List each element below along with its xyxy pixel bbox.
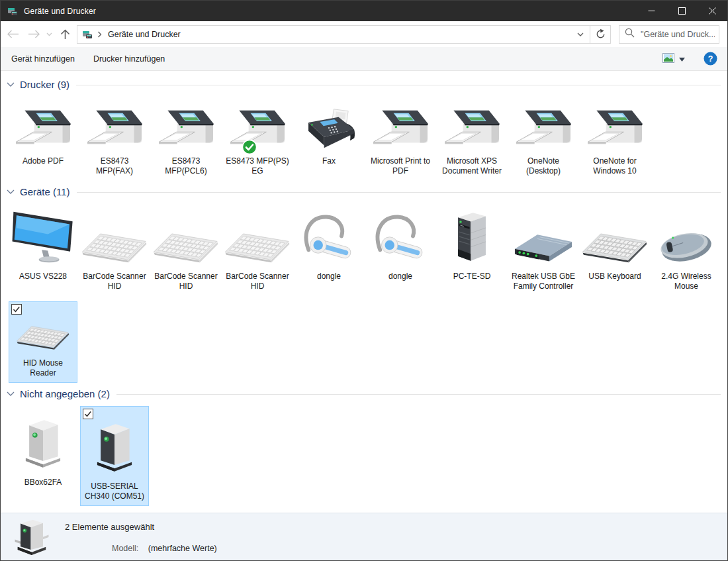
search-input[interactable] [639,29,716,40]
device-tile[interactable]: ES8473 MFP(FAX) [80,97,149,181]
device-tile[interactable]: ES8473 MFP(PCL6) [152,97,220,181]
fax-icon [300,108,358,149]
device-label: USB Keyboard [581,272,649,281]
printer-icon [441,109,502,149]
minimize-button[interactable] [636,1,666,21]
device-icon-box [367,97,434,149]
refresh-button[interactable] [590,25,611,44]
device-label: USB-SERIAL CH340 (COM51) [81,482,148,501]
device-tile[interactable]: BBox62FA [9,406,77,492]
details-pane: 2 Elemente ausgewählt Modell: (mehrfache… [1,513,727,560]
device-tile[interactable]: OneNote (Desktop) [509,97,578,181]
section-header[interactable]: Nicht angegeben (2) [1,385,727,403]
titlebar: Geräte und Drucker [1,1,727,21]
back-button[interactable] [1,21,24,47]
close-button[interactable] [697,1,727,21]
collapse-chevron-icon [7,189,15,194]
device-tile[interactable]: ASUS VS228 [9,204,77,286]
device-tile[interactable]: USB-SERIAL CH340 (COM51) [80,406,149,506]
device-label: Microsoft Print to PDF [367,156,434,176]
device-icon-box [9,413,77,470]
keyboard-icon [153,229,219,264]
device-tile[interactable]: ES8473 MFP(PS) EG [223,97,292,181]
address-dropdown-chevron-icon[interactable] [571,32,590,36]
device-icon-box [510,97,577,149]
maximize-button[interactable] [666,1,697,21]
tile-row: BBox62FAUSB-SERIAL CH340 (COM51) [1,403,727,508]
forward-button[interactable] [24,21,43,47]
device-label: 2.4G Wireless Mouse [653,272,720,291]
device-tile[interactable]: Realtek USB GbE Family Controller [509,204,578,296]
device-label: Fax [295,156,363,166]
svg-text:?: ? [708,54,713,64]
add-device-button[interactable]: Gerät hinzufügen [2,47,84,70]
device-icon-box [438,97,506,149]
device-label: BarCode Scanner HID [224,272,291,291]
device-tile[interactable]: Microsoft Print to PDF [366,97,435,181]
device-tile[interactable]: dongle [295,204,363,286]
printer-icon [513,109,574,149]
up-button[interactable] [55,21,75,47]
device-label: ES8473 MFP(PS) EG [224,156,291,176]
device-box-light-icon [22,417,64,470]
section-rule [77,192,721,193]
headset-icon [301,214,357,264]
section-header[interactable]: Drucker (9) [1,76,727,93]
address-bar[interactable]: Geräte und Drucker [77,25,590,44]
device-tile[interactable]: PC-TE-SD [437,204,506,286]
recent-locations-chevron-icon[interactable] [43,21,55,47]
keyboard-icon [81,229,148,264]
device-label: PC-TE-SD [438,272,506,281]
section-geraete: Geräte (11) ASUS VS228BarCode Scanner HI… [1,183,727,385]
navigation-bar: Geräte und Drucker [1,21,727,47]
device-icon-box [81,417,148,474]
items-view: Drucker (9) Adobe PDFES8473 MFP(FAX)ES84… [1,71,727,519]
keyboard-dark-icon [15,323,71,351]
printer-icon [370,109,431,149]
command-bar-right: ? [662,52,727,66]
device-icon-box [510,205,577,264]
device-label: ES8473 MFP(FAX) [81,156,148,176]
help-button[interactable]: ? [704,52,717,66]
search-box [619,25,719,44]
device-tile[interactable]: dongle [366,204,435,286]
device-label: ES8473 MFP(PCL6) [152,156,220,176]
device-icon-box [9,314,77,351]
window-controls [636,1,727,21]
section-nicht-angegeben: Nicht angegeben (2) BBox62FAUSB-SERIAL C… [1,385,727,508]
devices-app-icon [7,6,18,17]
item-checkbox-checked-icon[interactable] [11,304,22,315]
device-tile[interactable]: Adobe PDF [9,97,77,171]
command-bar: Gerät hinzufügen Drucker hinzufügen ? [1,47,727,71]
device-tile[interactable]: HID Mouse Reader [9,301,77,383]
device-label: Adobe PDF [9,156,77,166]
device-tile[interactable]: OneNote for Windows 10 [580,97,649,181]
device-icon-box [9,97,77,149]
device-tile[interactable]: Microsoft XPS Document Writer [437,97,506,181]
device-icon-box [653,205,720,264]
device-tile[interactable]: 2.4G Wireless Mouse [652,204,721,296]
printer-icon [584,109,645,149]
default-check-badge-icon [242,139,257,155]
device-tile[interactable]: BarCode Scanner HID [80,204,149,296]
device-tile[interactable]: Fax [295,97,363,171]
section-rule [116,394,721,395]
device-icon-box [295,205,363,264]
tower-pc-icon [453,210,490,264]
section-title: Geräte (11) [20,186,70,197]
search-icon [625,28,635,40]
section-rule [76,85,721,85]
section-header[interactable]: Geräte (11) [1,183,727,201]
device-tile[interactable]: USB Keyboard [580,204,649,286]
device-icon-box [581,205,649,264]
view-options-button[interactable] [662,53,685,65]
breadcrumb-chevron-icon[interactable] [97,31,102,38]
device-tile[interactable]: BarCode Scanner HID [152,204,220,296]
section-drucker: Drucker (9) Adobe PDFES8473 MFP(FAX)ES84… [1,76,727,183]
devices-and-printers-window: Geräte und Drucker Geräte und Drucker [0,0,728,561]
keyboard-icon [224,229,291,264]
add-printer-button[interactable]: Drucker hinzufügen [84,47,174,70]
device-tile[interactable]: BarCode Scanner HID [223,204,292,296]
breadcrumb[interactable]: Geräte und Drucker [108,30,181,39]
device-icon-box [224,97,291,149]
